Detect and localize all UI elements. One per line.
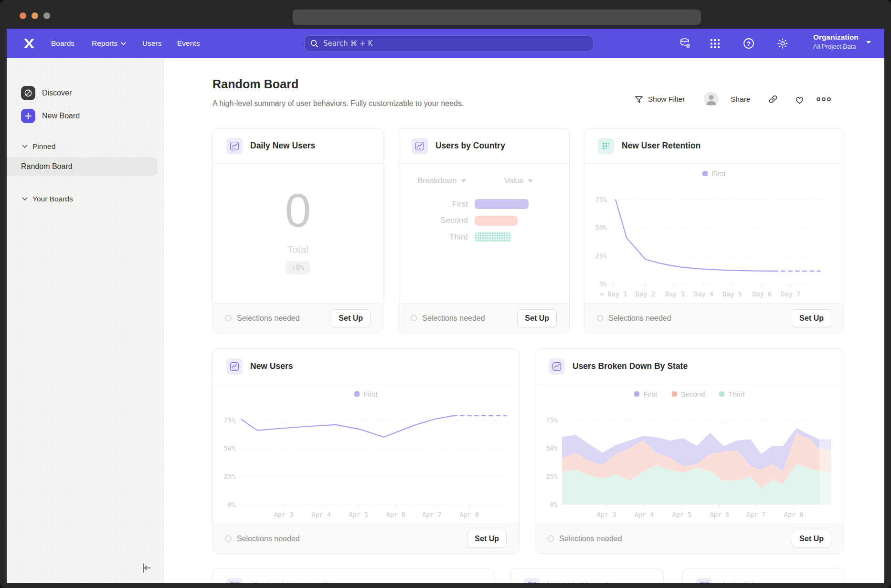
- link-icon: [768, 94, 778, 105]
- nav-item-users[interactable]: Users: [142, 29, 161, 58]
- card-footer: Selections needed Set Up: [398, 303, 569, 333]
- status-text: Selections needed: [237, 535, 467, 543]
- sidebar-item-discover[interactable]: Discover: [21, 86, 72, 100]
- set-up-button[interactable]: Set Up: [517, 309, 557, 327]
- window-minimize-button[interactable]: [32, 12, 38, 19]
- help-icon[interactable]: ?: [742, 37, 755, 50]
- svg-text:25%: 25%: [224, 472, 235, 480]
- heart-icon: [794, 94, 805, 105]
- bar-label: First: [398, 200, 475, 209]
- set-up-button[interactable]: Set Up: [792, 530, 831, 548]
- data-management-icon[interactable]: [679, 37, 692, 50]
- svg-text:50%: 50%: [595, 224, 607, 231]
- nav-item-events[interactable]: Events: [177, 29, 200, 58]
- svg-text:?: ?: [747, 40, 751, 47]
- breakdown-dropdown[interactable]: Breakdown: [417, 176, 466, 185]
- share-button[interactable]: Share: [731, 92, 750, 107]
- sidebar-item-label: Random Board: [21, 162, 73, 171]
- card-new-user-retention: New User Retention First75%50%25%0%< Day…: [584, 128, 844, 333]
- card-title: Insights Report: [548, 581, 609, 584]
- chart-legend: First: [218, 390, 514, 404]
- avatar[interactable]: [704, 92, 719, 106]
- chevron-down-icon: [121, 42, 126, 45]
- bar: [475, 232, 511, 242]
- plus-icon: [21, 109, 35, 123]
- big-number-value: 0: [213, 184, 383, 238]
- svg-text:75%: 75%: [224, 416, 235, 424]
- svg-text:Day 5: Day 5: [722, 290, 742, 298]
- window-zoom-button[interactable]: [43, 12, 50, 19]
- card-daily-new-users: Daily New Users 0 Total ↑0% Selections n…: [212, 128, 383, 333]
- card-footer: Selections needed Set Up: [535, 524, 844, 553]
- card-header: New Users: [213, 349, 519, 384]
- svg-text:25%: 25%: [546, 472, 558, 480]
- dropdown-label: Breakdown: [417, 176, 457, 185]
- status-circle-icon: [225, 536, 232, 542]
- bar-row: First: [398, 199, 569, 209]
- nav-item-label: Users: [142, 29, 161, 58]
- search-input[interactable]: [323, 39, 587, 48]
- set-up-button[interactable]: Set Up: [331, 309, 371, 327]
- more-options-button[interactable]: [817, 92, 831, 107]
- set-up-button[interactable]: Set Up: [467, 530, 507, 548]
- line-chart-icon: [226, 358, 243, 375]
- org-switcher[interactable]: Organization All Project Data: [813, 33, 859, 50]
- bar-label: Second: [398, 216, 475, 225]
- person-icon: [704, 92, 719, 106]
- copy-link-button[interactable]: [768, 92, 778, 107]
- apps-grid-icon[interactable]: [708, 37, 721, 50]
- svg-text:Apr 3: Apr 3: [597, 511, 616, 518]
- nav-item-label: Reports: [92, 29, 117, 58]
- big-number-label: Total: [213, 244, 383, 255]
- value-dropdown[interactable]: Value: [504, 176, 533, 185]
- settings-gear-icon[interactable]: [776, 37, 789, 50]
- show-filter-button[interactable]: Show Filter: [634, 92, 685, 107]
- window-close-button[interactable]: [20, 12, 26, 19]
- collapse-sidebar-button[interactable]: [139, 561, 153, 575]
- search-icon: [310, 40, 318, 48]
- favorite-button[interactable]: [794, 92, 805, 107]
- card-header: Daily New Users: [213, 128, 383, 164]
- chevron-down-icon: [22, 197, 28, 201]
- nav-item-reports[interactable]: Reports: [92, 29, 126, 58]
- delta-badge: ↑0%: [286, 261, 310, 274]
- card-header: Stacked Line Graph: [213, 568, 494, 583]
- svg-text:Day 3: Day 3: [665, 290, 685, 298]
- section-label: Pinned: [32, 142, 55, 151]
- card-stacked-line-graph: Stacked Line Graph: [212, 568, 494, 583]
- svg-text:Day 7: Day 7: [781, 290, 800, 298]
- svg-text:50%: 50%: [224, 444, 235, 452]
- new-users-line-chart: First75%50%25%0%Apr 3Apr 4Apr 5Apr 6Apr …: [218, 390, 514, 519]
- section-label: Your Boards: [32, 195, 73, 203]
- sidebar-item-random-board[interactable]: Random Board: [7, 158, 158, 176]
- sidebar-item-new-board[interactable]: New Board: [21, 109, 80, 123]
- page-subtitle: A high-level summary of user behaviors. …: [212, 99, 464, 108]
- svg-text:Apr 7: Apr 7: [746, 511, 766, 518]
- legend-swatch-icon: [719, 391, 724, 397]
- status-circle-icon: [548, 536, 554, 542]
- browser-url-bar[interactable]: [293, 10, 701, 25]
- global-search[interactable]: [304, 35, 594, 52]
- card-active-users: Active Users: [682, 568, 844, 583]
- svg-text:75%: 75%: [595, 196, 607, 203]
- stacked-area-chart: FirstSecondThird75%50%25%0%Apr 3Apr 4Apr…: [540, 390, 839, 519]
- main-panel: Random Board A high-level summary of use…: [164, 58, 884, 583]
- mixpanel-logo-icon[interactable]: [23, 37, 35, 50]
- status-text: Selections needed: [422, 314, 517, 323]
- svg-text:25%: 25%: [595, 252, 607, 260]
- card-users-by-country: Users by Country Breakdown Value FirstSe…: [398, 128, 570, 333]
- status-circle-icon: [597, 315, 603, 321]
- window-content: Boards Reports Users Events ?: [7, 29, 884, 583]
- legend-item: First: [354, 390, 377, 398]
- dropdown-label: Value: [504, 176, 524, 185]
- svg-text:Day 2: Day 2: [636, 290, 655, 298]
- nav-item-boards[interactable]: Boards: [51, 29, 74, 58]
- chevron-down-icon[interactable]: [866, 41, 871, 44]
- sidebar-section-your-boards[interactable]: Your Boards: [22, 195, 73, 203]
- line-chart-icon: [524, 578, 540, 583]
- sidebar-section-pinned[interactable]: Pinned: [22, 142, 55, 151]
- bar: [475, 199, 529, 209]
- set-up-button[interactable]: Set Up: [792, 309, 831, 327]
- show-filter-label: Show Filter: [648, 95, 685, 104]
- card-title: New Users: [250, 361, 293, 371]
